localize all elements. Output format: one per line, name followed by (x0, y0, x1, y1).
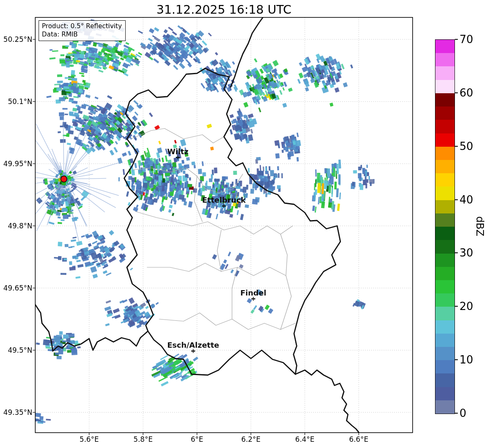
colorbar-segment (435, 280, 455, 293)
colorbar-tick-label: 30 (459, 247, 473, 259)
colorbar-tick-label: 40 (459, 194, 473, 206)
colorbar-axis-label: dBZ (474, 216, 486, 236)
colorbar-segment (435, 320, 455, 334)
lat-tick-label: 49.8°N (0, 222, 32, 230)
city-label: Ettelbruck (202, 196, 246, 204)
colorbar-segment (435, 227, 455, 240)
colorbar-tick-mark (455, 252, 458, 253)
lon-tick-label: 5.8°E (134, 435, 153, 443)
colorbar-segment (435, 147, 455, 160)
lon-tick-label: 6.4°E (295, 435, 314, 443)
colorbar-tick-label: 10 (459, 354, 473, 366)
colorbar-segment (435, 254, 455, 267)
lat-tick-label: 49.35°N (0, 408, 32, 417)
colorbar-tick-label: 0 (459, 407, 467, 419)
colorbar (435, 39, 455, 414)
colorbar-tick-mark (455, 306, 458, 307)
colorbar-segment (435, 240, 455, 253)
colorbar-segment (435, 334, 455, 347)
lon-tick-label: 6.6°E (349, 435, 368, 443)
city-label: Esch/Alzette (167, 341, 219, 349)
product-info-box: Product: 0.5° Reflectivity Data: RMIB (39, 20, 126, 41)
lon-tick-label: 6°E (191, 435, 203, 443)
colorbar-segment (435, 373, 455, 387)
lat-tick-label: 50.25°N (0, 35, 32, 44)
data-source-label: Data: RMIB (42, 30, 122, 39)
colorbar-tick-mark (455, 39, 458, 40)
colorbar-segment (435, 213, 455, 227)
colorbar-segment (435, 66, 455, 80)
colorbar-segment (435, 267, 455, 280)
colorbar-tick-mark (455, 413, 458, 414)
lon-tick-label: 6.2°E (241, 435, 260, 443)
colorbar-segment (435, 133, 455, 147)
city-label: Wiltz (167, 147, 188, 156)
product-label: Product: 0.5° Reflectivity (42, 22, 122, 30)
colorbar-tick-mark (455, 199, 458, 200)
colorbar-segment (435, 186, 455, 200)
weather-radar-figure: 31.12.2025 16:18 UTC Product: 0.5° Refle… (0, 0, 491, 448)
colorbar-segment (435, 80, 455, 93)
lat-tick-label: 49.5°N (0, 346, 32, 354)
colorbar-segment (435, 40, 455, 53)
city-label: Findel (241, 288, 267, 297)
colorbar-segment (435, 307, 455, 320)
figure-title: 31.12.2025 16:18 UTC (35, 2, 413, 17)
colorbar-segment (435, 173, 455, 186)
lat-tick-label: 49.65°N (0, 284, 32, 292)
colorbar-tick-label: 50 (459, 140, 473, 153)
colorbar-segment (435, 200, 455, 213)
colorbar-segment (435, 53, 455, 66)
colorbar-tick-mark (455, 359, 458, 360)
colorbar-tick-mark (455, 92, 458, 93)
lon-tick-label: 5.6°E (80, 435, 99, 443)
colorbar-segment (435, 387, 455, 400)
colorbar-tick-mark (455, 146, 458, 147)
colorbar-segment (435, 360, 455, 373)
colorbar-segment (435, 120, 455, 133)
lat-tick-label: 50.1°N (0, 97, 32, 106)
colorbar-tick-label: 70 (459, 33, 473, 46)
colorbar-segment (435, 400, 455, 414)
colorbar-segment (435, 293, 455, 307)
colorbar-segment (435, 107, 455, 120)
colorbar-segment (435, 93, 455, 107)
radar-map-canvas (0, 0, 491, 448)
colorbar-segment (435, 160, 455, 173)
lat-tick-label: 49.95°N (0, 160, 32, 168)
colorbar-tick-label: 20 (459, 300, 473, 312)
colorbar-tick-label: 60 (459, 87, 473, 99)
colorbar-segment (435, 347, 455, 360)
